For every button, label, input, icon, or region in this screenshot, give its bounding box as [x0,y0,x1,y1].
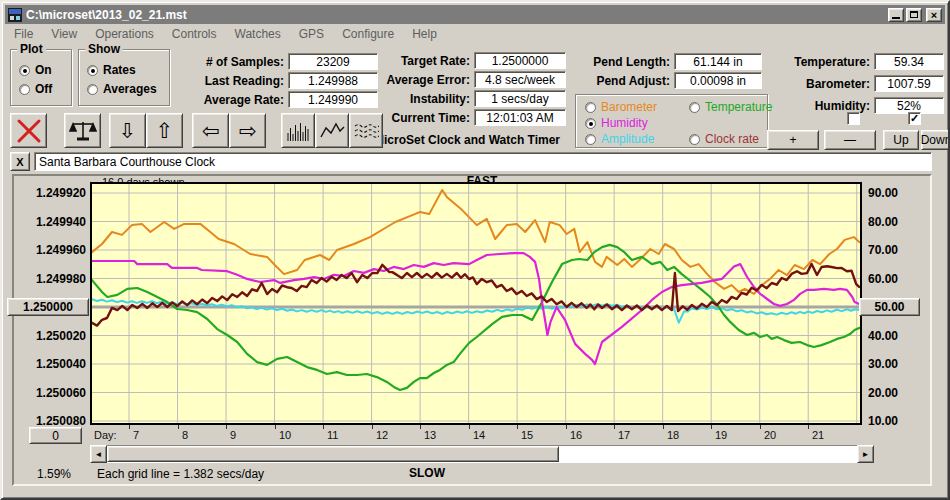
menu-item-controls[interactable]: Controls [163,26,226,42]
red-x-icon [15,117,43,145]
sensor-radio-barometer[interactable]: Barometer [585,100,657,114]
menu-item-file[interactable]: File [5,26,42,42]
day-tick-mark [275,425,276,429]
plot-svg [92,184,860,423]
sensor-radio-amplitude[interactable]: Amplitude [585,132,654,146]
menu-item-configure[interactable]: Configure [333,26,403,42]
sensor-radio-humidity[interactable]: Humidity [585,116,648,130]
menu-item-gps[interactable]: GPS [290,26,333,42]
sensor-radio-label: Temperature [705,100,772,114]
plot-off-label: Off [35,82,52,96]
up-arrow-icon: ⇧ [156,120,174,141]
instability-value[interactable]: 1 secs/day [474,90,566,107]
day-tick-mark [517,425,518,429]
plot-group-label: Plot [17,42,46,56]
checkbox-right[interactable]: ✓ [908,112,921,125]
clear-name-button[interactable]: X [10,152,30,171]
plot-off-radio[interactable]: Off [19,82,52,96]
day-tick-mark [226,425,227,429]
minus-button[interactable]: — [824,130,876,150]
scrollbar-right-arrow[interactable]: ► [857,445,874,463]
radio-off-icon [19,84,30,95]
right-axis-label: 90.00 [868,186,938,200]
temperature-value[interactable]: 59.34 [874,53,944,70]
menu-item-operations[interactable]: Operations [86,26,163,42]
menu-item-view[interactable]: View [42,26,86,42]
day-tick-mark [420,425,421,429]
average_error-label: Average Error: [314,73,470,87]
checkbox-left[interactable] [847,112,860,125]
close-button[interactable]: × [926,8,942,22]
plot-area[interactable] [90,182,862,425]
barometer-label: Barometer: [714,77,870,91]
radio-on-icon [19,65,30,76]
show-group-label: Show [85,42,123,56]
scrollbar-track[interactable] [107,445,857,463]
title-bar[interactable]: C:\microset\2013_02_21.mst × [5,5,945,24]
left-axis-label: 1.250080 [16,414,86,428]
close-icon: × [931,9,937,21]
raw-data-view-button[interactable] [349,113,383,148]
right-axis-label: 20.00 [868,386,938,400]
gridline-info-label: Each grid line = 1.382 secs/day [97,467,264,481]
radio-icon [689,134,700,145]
day-tick-mark [178,425,179,429]
day-tick-mark [663,425,664,429]
left-axis-label: 1.249980 [16,272,86,286]
menu-item-help[interactable]: Help [403,26,446,42]
average_rate-label: Average Rate: [128,93,284,107]
shift-up-button[interactable]: ⇧ [146,113,183,148]
balance-button[interactable] [64,113,101,148]
day-tick-label: 17 [618,429,630,441]
left-axis-center-button[interactable]: 1.250000 [7,298,89,316]
plot-groupbox: Plot On Off [10,49,72,106]
left-axis-label: 1.249940 [16,215,86,229]
clock-name-input[interactable] [34,152,932,171]
day-tick-label: 11 [327,429,338,441]
left-arrow-icon: ⇦ [202,120,220,141]
sensor-radio-label: Clock rate [705,132,759,146]
sensor-radio-clock-rate[interactable]: Clock rate [689,132,759,146]
zero-button[interactable]: 0 [29,427,82,444]
scroll-left-button[interactable]: ⇦ [192,113,229,148]
line-view-button[interactable] [315,113,349,148]
day-tick-label: 19 [715,429,727,441]
series-temperature [92,245,859,390]
sensor-radio-temperature[interactable]: Temperature [689,100,772,114]
minimize-button[interactable] [888,8,904,22]
shift-down-button[interactable]: ⇩ [109,113,146,148]
horizontal-scrollbar[interactable]: ◄ ► [90,445,874,463]
day-tick-label: 10 [279,429,291,441]
plus-button[interactable]: + [767,130,819,150]
up-button[interactable]: Up [883,130,919,150]
right-axis-label: 60.00 [868,272,938,286]
slow-label: SLOW [357,466,497,480]
menu-item-watches[interactable]: Watches [226,26,290,42]
day-tick-mark [711,425,712,429]
day-tick-label: 14 [473,429,485,441]
right-axis-label: 10.00 [868,414,938,428]
scrollbar-thumb[interactable] [107,446,559,462]
day-tick-label: 20 [764,429,776,441]
day-tick-label: 21 [812,429,824,441]
right-axis-center-button[interactable]: 50.00 [859,298,920,316]
histogram-view-button[interactable] [281,113,315,148]
radio-icon [689,102,700,113]
left-axis-label: 1.249920 [16,186,86,200]
current_time-value[interactable]: 12:01:03 AM [474,109,566,126]
target_rate-label: Target Rate: [314,54,470,68]
barometer-value[interactable]: 1007.59 [874,75,944,92]
day-tick-label: 8 [182,429,188,441]
day-axis-label: Day: [94,429,117,441]
histogram-icon [285,119,311,143]
delete-button[interactable] [10,113,47,148]
maximize-button[interactable] [906,8,922,22]
day-tick-label: 15 [521,429,533,441]
scrollbar-left-arrow[interactable]: ◄ [90,445,107,463]
down-button[interactable]: Down [921,130,950,150]
day-tick-mark [808,425,809,429]
scroll-right-button[interactable]: ⇨ [229,113,266,148]
plot-on-radio[interactable]: On [19,63,52,77]
day-tick-mark [323,425,324,429]
day-tick-label: 18 [667,429,679,441]
